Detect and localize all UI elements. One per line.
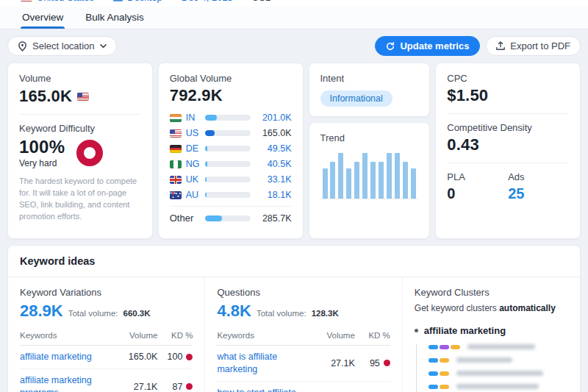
- trend-bar: [403, 162, 408, 199]
- other-label: Other: [170, 213, 205, 224]
- cluster-root-label[interactable]: affiliate marketing: [424, 325, 506, 336]
- variations-table: affiliate marketing165.0K100affiliate ma…: [20, 346, 193, 392]
- clusters-subtitle: Get keyword clusters automatically: [415, 303, 568, 313]
- cluster-chip-icon: [440, 358, 449, 363]
- select-location-dropdown[interactable]: Select location: [7, 36, 117, 56]
- device-picker-label: Desktop: [127, 0, 162, 3]
- keyword-variations-column: Keyword Variations 28.9K Total volume: 6…: [8, 277, 205, 392]
- trend-bar: [330, 162, 335, 199]
- intent-label: Intent: [320, 73, 419, 84]
- variations-count[interactable]: 28.9K: [20, 302, 63, 321]
- country-bar-track: [205, 146, 251, 152]
- global-volume-card: Global Volume 792.9K IN201.0KUS165.0KDE4…: [158, 63, 304, 239]
- export-icon: [496, 41, 505, 51]
- keyword-link[interactable]: what is affiliate marketing: [217, 351, 316, 376]
- keywords-column-header: Keywords: [217, 331, 316, 340]
- global-volume-other-row: Other 285.7K: [170, 213, 292, 224]
- other-bar-track: [205, 215, 251, 221]
- country-bar-fill: [205, 146, 208, 152]
- keyword-difficulty-value: 100%: [19, 137, 65, 157]
- country-code-link[interactable]: DE: [186, 143, 205, 154]
- update-metrics-button[interactable]: Update metrics: [375, 36, 480, 56]
- trend-bar: [323, 168, 328, 199]
- cluster-child-row[interactable]: [429, 357, 568, 363]
- intent-badge[interactable]: Informational: [320, 90, 392, 107]
- cluster-chips-icon: [429, 371, 449, 376]
- country-bar-track: [205, 177, 251, 182]
- kd-cell: 87: [157, 382, 193, 392]
- volume-value: 165.0K: [19, 87, 72, 106]
- country-volume-value: 40.5K: [257, 159, 292, 169]
- keyword-link[interactable]: affiliate marketing: [20, 351, 119, 363]
- country-bar-track: [205, 161, 251, 167]
- country-code-link[interactable]: AU: [186, 190, 205, 200]
- volume-cell: 27.1K: [317, 358, 355, 368]
- currency-selector[interactable]: USD: [252, 0, 272, 3]
- country-code-link[interactable]: NG: [186, 159, 205, 169]
- redacted-cluster-label: [456, 357, 512, 363]
- ads-value[interactable]: 25: [508, 185, 569, 202]
- keyword-link[interactable]: affiliate marketing programs: [20, 374, 119, 392]
- global-volume-row: DE49.5K: [170, 143, 292, 154]
- difficulty-description: The hardest keyword to compete for. It w…: [19, 176, 141, 223]
- variations-title: Keyword Variations: [20, 287, 193, 298]
- refresh-icon: [386, 42, 395, 51]
- kd-cell: 100: [157, 352, 193, 362]
- volume-cell: 27.1K: [119, 382, 157, 392]
- cluster-chip-icon: [440, 345, 449, 349]
- country-code-link[interactable]: US: [186, 128, 205, 138]
- trend-bar: [354, 162, 359, 199]
- export-to-pdf-button[interactable]: Export to PDF: [486, 36, 581, 56]
- trend-bar: [346, 168, 351, 199]
- country-volume-value: 33.1K: [257, 174, 292, 185]
- other-bar-fill: [205, 215, 222, 221]
- de-flag-icon: [170, 145, 182, 153]
- country-bar-track: [205, 115, 251, 121]
- toolbar: Select location Update metrics Export to…: [7, 36, 581, 56]
- us-flag-icon: [21, 0, 32, 1]
- kd-cell: 95: [355, 358, 390, 368]
- date-picker[interactable]: Dec 4, 2023: [182, 0, 233, 3]
- country-code-link[interactable]: UK: [186, 174, 205, 185]
- table-row: affiliate marketing165.0K100: [20, 346, 193, 369]
- cluster-chip-icon: [440, 385, 449, 389]
- kd-column-header: KD %: [355, 331, 390, 340]
- questions-count[interactable]: 4.8K: [217, 302, 251, 321]
- pla-value: 0: [447, 185, 508, 202]
- trend-bar: [338, 153, 343, 199]
- uk-flag-icon: [170, 176, 182, 184]
- keyword-ideas-section: Keyword ideas Keyword Variations 28.9K T…: [7, 245, 581, 392]
- trend-chart: [320, 152, 419, 199]
- table-row: affiliate marketing programs27.1K87: [20, 369, 193, 392]
- cluster-child-row[interactable]: [429, 384, 568, 389]
- redacted-cluster-label: [456, 384, 539, 389]
- location-picker-label: United States: [37, 0, 94, 3]
- country-volume-value: 49.5K: [257, 143, 292, 154]
- questions-table-header: Keywords Volume KD %: [217, 331, 390, 346]
- tab-overview[interactable]: Overview: [21, 7, 65, 29]
- cluster-chip-icon: [440, 371, 449, 376]
- country-bar-fill: [205, 115, 217, 121]
- questions-title: Questions: [217, 287, 390, 298]
- keyword-link[interactable]: how to start affiliate marketing: [217, 387, 316, 392]
- global-volume-label: Global Volume: [170, 73, 292, 84]
- global-volume-row: IN201.0K: [170, 113, 292, 123]
- device-picker[interactable]: Desktop: [113, 0, 162, 3]
- cluster-chip-icon: [451, 345, 460, 349]
- table-row: how to start affiliate marketing5.4K82: [217, 382, 390, 392]
- cluster-child-row[interactable]: [429, 344, 568, 349]
- ads-label: Ads: [508, 171, 569, 182]
- country-bar-fill: [205, 192, 207, 198]
- cluster-chip-icon: [429, 371, 438, 376]
- kd-dot-icon: [186, 383, 193, 390]
- kd-dot-icon: [384, 360, 390, 366]
- country-code-link[interactable]: IN: [186, 113, 205, 123]
- volume-column-header: Volume: [119, 331, 157, 340]
- volume-cell: 165.0K: [119, 352, 157, 362]
- location-picker[interactable]: United States: [21, 0, 94, 3]
- tab-bulk-analysis[interactable]: Bulk Analysis: [84, 7, 146, 29]
- cluster-child-row[interactable]: [429, 371, 568, 376]
- country-volume-value: 165.0K: [257, 128, 292, 138]
- date-picker-label: Dec 4, 2023: [182, 0, 233, 3]
- variations-total-label: Total volume:: [68, 309, 118, 318]
